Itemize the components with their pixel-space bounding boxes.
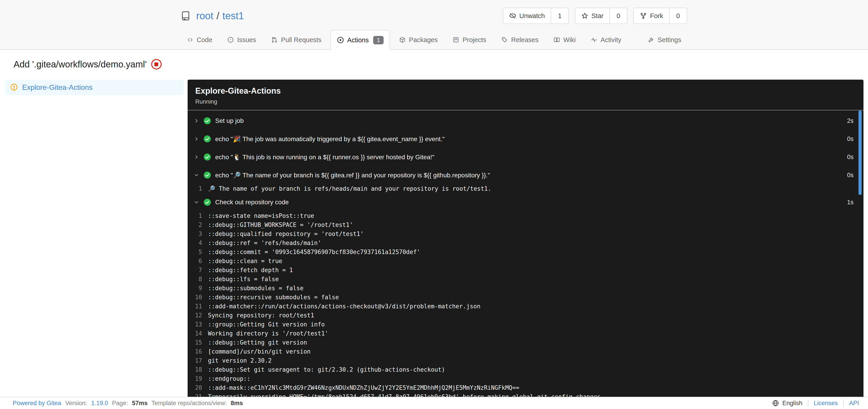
step-name: echo "🔎 The name of your branch is ${{ g… (215, 172, 490, 179)
repo-owner-link[interactable]: root (196, 10, 213, 22)
tab-actions[interactable]: Actions1 (331, 30, 390, 50)
fork-label: Fork (650, 12, 663, 20)
footer-divider (808, 400, 808, 407)
tab-projects[interactable]: Projects (447, 30, 492, 49)
tab-label: Packages (409, 36, 438, 43)
fork-count[interactable]: 0 (669, 8, 687, 24)
log-line-number: 3 (188, 229, 202, 238)
fork-button[interactable]: Fork 0 (633, 8, 687, 24)
log-line: 1::save-state name=isPost::true (188, 211, 864, 220)
log-line: 9::debug::submodules = false (188, 284, 864, 293)
step-duration: 0s (847, 136, 854, 143)
tab-label: Pull Requests (281, 36, 321, 43)
chevron-right-icon (193, 154, 199, 160)
step-name: Check out repository code (215, 199, 289, 206)
code-icon (187, 36, 193, 43)
job-title: Explore-Gitea-Actions (195, 86, 856, 96)
page-title: Add '.gitea/workflows/demo.yaml' (13, 59, 147, 70)
step-row[interactable]: echo "🔎 The name of your branch is ${{ g… (188, 166, 864, 184)
log-line: 20::add-mask::eC1hY2Nlc3MtdG9rZW46NzgxND… (188, 383, 864, 392)
log-line-number: 9 (188, 284, 202, 293)
fork-icon (640, 12, 647, 20)
log-line-text: Working directory is '/root/test1' (208, 329, 328, 338)
tab-issues[interactable]: Issues (221, 30, 262, 49)
log-line-text: ::add-mask::eC1hY2Nlc3MtdG9rZW46NzgxNDUx… (208, 383, 520, 392)
log-line-text: 🔎 The name of your branch is refs/heads/… (208, 184, 491, 193)
package-icon (399, 36, 406, 43)
log-line: 13::group::Getting Git version info (188, 320, 864, 329)
tab-pull-requests[interactable]: Pull Requests (265, 30, 327, 49)
tab-label: Settings (657, 36, 681, 43)
book-open-icon (553, 36, 560, 43)
log-line: 5::debug::commit = '0993c16458796907bcf8… (188, 247, 864, 257)
watch-count[interactable]: 1 (551, 8, 568, 24)
tab-label: Releases (511, 36, 538, 43)
log-line: 18::debug::Set git useragent to: git/2.3… (188, 365, 864, 374)
running-icon (10, 83, 18, 91)
log-line-number: 8 (188, 274, 202, 284)
log-scrollbar[interactable] (859, 110, 862, 195)
log-line-text: [command]/usr/bin/git version (208, 347, 311, 356)
tab-settings[interactable]: Settings (642, 30, 687, 49)
log-line: 11::add-matcher::/run/act/actions/action… (188, 302, 864, 311)
log-line-number: 18 (188, 365, 202, 374)
step-duration: 2s (847, 117, 854, 124)
log-line-text: ::debug::commit = '0993c16458796907bcf83… (208, 247, 420, 257)
breadcrumb-separator: / (217, 10, 219, 22)
log-line-text: ::debug::submodules = false (208, 284, 304, 293)
tab-label: Projects (463, 36, 486, 43)
log-line-text: ::group::Getting Git version info (208, 320, 325, 329)
check-circle-icon (204, 198, 211, 206)
log-line: 4::debug::ref = 'refs/heads/main' (188, 238, 864, 247)
log-line-text: ::save-state name=isPost::true (208, 211, 314, 220)
step-row[interactable]: Set up job2s (188, 112, 864, 130)
unwatch-button[interactable]: Unwatch 1 (503, 8, 569, 24)
cancel-run-button[interactable] (151, 59, 162, 69)
star-count[interactable]: 0 (610, 8, 627, 24)
step-row[interactable]: Check out repository code1s (188, 193, 864, 211)
check-circle-icon (204, 117, 211, 125)
api-link[interactable]: API (849, 400, 859, 407)
log-line: 6::debug::clean = true (188, 257, 864, 266)
tab-wiki[interactable]: Wiki (548, 30, 582, 49)
repo-tabs: CodeIssuesPull RequestsActions1PackagesP… (181, 30, 687, 49)
tab-label: Code (197, 36, 212, 43)
site-footer: Powered by Gitea Version: 1.19.0 Page: 5… (0, 397, 868, 409)
log-line-number: 10 (188, 293, 202, 302)
check-circle-icon (204, 135, 211, 143)
log-line: 16[command]/usr/bin/git version (188, 347, 864, 356)
log-line-number: 12 (188, 311, 202, 320)
repo-name-link[interactable]: test1 (222, 10, 244, 22)
licenses-link[interactable]: Licenses (814, 400, 838, 407)
tab-label: Wiki (563, 36, 576, 43)
step-row[interactable]: echo "🐧 This job is now running on a ${{… (188, 148, 864, 166)
tab-releases[interactable]: Releases (495, 30, 544, 49)
powered-by-link[interactable]: Powered by Gitea (13, 400, 61, 407)
tag-icon (501, 36, 508, 43)
tab-activity[interactable]: Activity (585, 30, 627, 49)
star-icon (581, 12, 588, 20)
version-link[interactable]: 1.19.0 (91, 400, 108, 407)
step-row[interactable]: echo "🎉 The job was automatically trigge… (188, 130, 864, 148)
log-line: 2::debug::GITHUB_WORKSPACE = '/root/test… (188, 220, 864, 229)
language-selector[interactable]: English (782, 400, 802, 407)
tab-code[interactable]: Code (181, 30, 218, 49)
template-time: 8ms (231, 400, 243, 407)
star-button[interactable]: Star 0 (575, 8, 627, 24)
log-line: 15::debug::Getting git version (188, 338, 864, 347)
job-item-explore-gitea-actions[interactable]: Explore-Gitea-Actions (5, 80, 184, 95)
version-label: Version: (65, 400, 87, 407)
log-line-text: ::debug::Set git useragent to: git/2.30.… (208, 365, 445, 374)
log-line-text: ::debug::recursive submodules = false (208, 293, 339, 302)
job-log-header: Explore-Gitea-Actions Running (188, 80, 864, 110)
log-line-number: 20 (188, 383, 202, 392)
step-duration: 0s (847, 154, 854, 160)
log-line: 8::debug::lfs = false (188, 274, 864, 284)
run-title-row: Add '.gitea/workflows/demo.yaml' (13, 59, 864, 70)
tab-packages[interactable]: Packages (393, 30, 443, 49)
star-label: Star (592, 12, 603, 20)
footer-divider (843, 400, 844, 407)
log-line-text: ::debug::lfs = false (208, 274, 279, 284)
log-line-text: ::debug::fetch depth = 1 (208, 266, 293, 274)
issue-icon (227, 36, 234, 43)
